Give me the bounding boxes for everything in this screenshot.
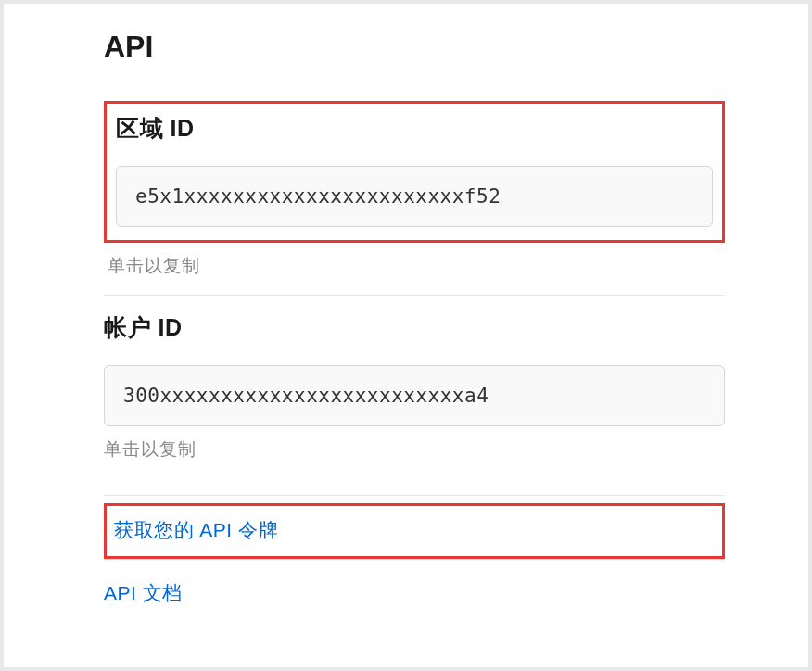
get-api-token-link[interactable]: 获取您的 API 令牌 <box>114 519 278 540</box>
zone-id-value[interactable]: e5x1xxxxxxxxxxxxxxxxxxxxxxxf52 <box>116 166 713 227</box>
get-token-row: 获取您的 API 令牌 <box>104 503 725 559</box>
api-panel: API 区域 ID e5x1xxxxxxxxxxxxxxxxxxxxxxxf52… <box>4 4 808 667</box>
api-docs-link[interactable]: API 文档 <box>104 582 183 603</box>
divider <box>104 627 725 627</box>
zone-id-label: 区域 ID <box>116 113 713 144</box>
page-title: API <box>104 30 725 64</box>
zone-id-help: 单击以复制 <box>108 254 725 278</box>
api-docs-row: API 文档 <box>104 560 725 627</box>
divider <box>104 495 725 496</box>
account-id-section: 帐户 ID 300xxxxxxxxxxxxxxxxxxxxxxxxxa4 单击以… <box>104 312 725 471</box>
account-id-value[interactable]: 300xxxxxxxxxxxxxxxxxxxxxxxxxa4 <box>104 365 725 426</box>
account-id-help: 单击以复制 <box>104 437 725 462</box>
account-id-label: 帐户 ID <box>104 312 725 343</box>
divider <box>104 295 725 296</box>
zone-id-section: 区域 ID e5x1xxxxxxxxxxxxxxxxxxxxxxxf52 <box>104 101 725 243</box>
